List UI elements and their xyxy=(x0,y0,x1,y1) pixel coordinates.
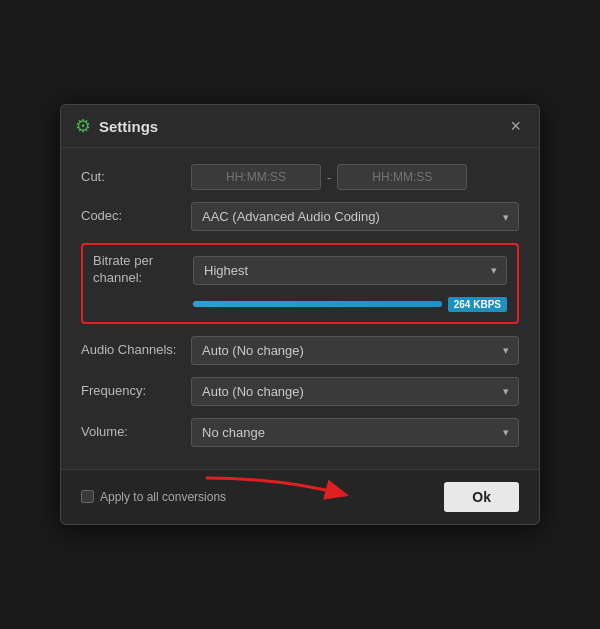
bitrate-slider-row: 264 KBPS xyxy=(193,297,507,312)
audio-channels-select[interactable]: Auto (No change) xyxy=(191,336,519,365)
settings-dialog: ⚙ Settings × Cut: - Codec: AAC (A xyxy=(60,104,540,525)
cut-row: Cut: - xyxy=(81,164,519,190)
cut-separator: - xyxy=(327,170,331,185)
frequency-label: Frequency: xyxy=(81,383,191,400)
apply-all-text: Apply to all conversions xyxy=(100,490,226,504)
bitrate-slider-fill xyxy=(193,301,442,307)
dialog-content: Cut: - Codec: AAC (Advanced Audio Coding… xyxy=(61,148,539,469)
codec-row: Codec: AAC (Advanced Audio Coding) ▾ xyxy=(81,202,519,231)
frequency-controls: Auto (No change) ▾ xyxy=(191,377,519,406)
close-button[interactable]: × xyxy=(506,115,525,137)
volume-select[interactable]: No change xyxy=(191,418,519,447)
audio-channels-label: Audio Channels: xyxy=(81,342,191,359)
cut-from-input[interactable] xyxy=(191,164,321,190)
frequency-select-wrap: Auto (No change) ▾ xyxy=(191,377,519,406)
bitrate-top: Bitrate per channel: Highest ▾ xyxy=(93,253,507,287)
title-bar: ⚙ Settings × xyxy=(61,105,539,148)
frequency-select[interactable]: Auto (No change) xyxy=(191,377,519,406)
codec-select[interactable]: AAC (Advanced Audio Coding) xyxy=(191,202,519,231)
gear-icon: ⚙ xyxy=(75,115,91,137)
codec-controls: AAC (Advanced Audio Coding) ▾ xyxy=(191,202,519,231)
bitrate-select-wrap: Highest ▾ xyxy=(193,256,507,285)
volume-controls: No change ▾ xyxy=(191,418,519,447)
dialog-title: Settings xyxy=(99,118,158,135)
cut-to-input[interactable] xyxy=(337,164,467,190)
title-bar-left: ⚙ Settings xyxy=(75,115,158,137)
volume-row: Volume: No change ▾ xyxy=(81,418,519,447)
bitrate-label: Bitrate per channel: xyxy=(93,253,193,287)
bitrate-section: Bitrate per channel: Highest ▾ 264 KBPS xyxy=(81,243,519,324)
cut-label: Cut: xyxy=(81,169,191,186)
audio-channels-row: Audio Channels: Auto (No change) ▾ xyxy=(81,336,519,365)
codec-label: Codec: xyxy=(81,208,191,225)
dialog-footer: Apply to all conversions Ok xyxy=(61,469,539,524)
audio-channels-controls: Auto (No change) ▾ xyxy=(191,336,519,365)
audio-channels-select-wrap: Auto (No change) ▾ xyxy=(191,336,519,365)
codec-select-wrap: AAC (Advanced Audio Coding) ▾ xyxy=(191,202,519,231)
ok-button[interactable]: Ok xyxy=(444,482,519,512)
volume-label: Volume: xyxy=(81,424,191,441)
kbps-badge: 264 KBPS xyxy=(448,297,507,312)
frequency-row: Frequency: Auto (No change) ▾ xyxy=(81,377,519,406)
cut-controls: - xyxy=(191,164,519,190)
bitrate-select[interactable]: Highest xyxy=(193,256,507,285)
bitrate-slider-track[interactable] xyxy=(193,301,442,307)
volume-select-wrap: No change ▾ xyxy=(191,418,519,447)
apply-all-label[interactable]: Apply to all conversions xyxy=(81,490,226,504)
apply-all-checkbox[interactable] xyxy=(81,490,94,503)
